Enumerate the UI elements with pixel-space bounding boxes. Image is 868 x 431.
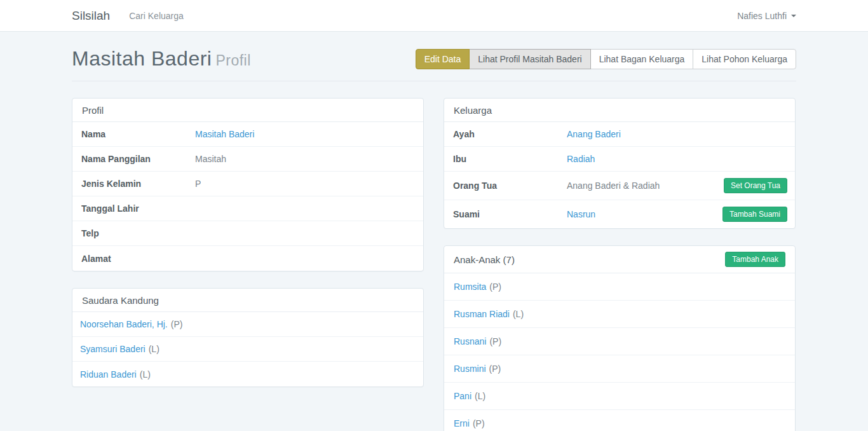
keluarga-panel-heading: Keluarga [444, 99, 795, 122]
person-link[interactable]: Nasrun [567, 209, 595, 219]
person-link[interactable]: Radiah [567, 154, 595, 164]
table-row: Nama Masitah Baderi [72, 122, 423, 147]
list-item: Riduan Baderi (L) [72, 362, 423, 387]
table-row: Telp [72, 221, 423, 246]
field-label: Telp [80, 228, 195, 238]
user-name: Nafies Luthfi [737, 11, 787, 21]
keluarga-panel-title: Keluarga [454, 105, 492, 116]
field-label: Ibu [452, 154, 567, 164]
person-link[interactable]: Rusman Riadi [454, 309, 510, 319]
gender-label: (P) [171, 319, 183, 329]
person-link[interactable]: Rusnani [454, 336, 486, 346]
navbar: Silsilah Cari Keluarga Nafies Luthfi [0, 0, 868, 32]
profil-panel-title: Profil [82, 105, 104, 116]
table-row: Orang Tua Anang Baderi & Radiah Set Oran… [444, 172, 795, 200]
field-value: P [195, 179, 416, 189]
table-row: Ayah Anang Baderi [444, 122, 795, 147]
profil-panel: Profil Nama Masitah Baderi Nama Panggila… [72, 98, 424, 271]
tambah-anak-button[interactable]: Tambah Anak [725, 252, 785, 267]
field-label: Jenis Kelamin [80, 179, 195, 189]
person-link[interactable]: Masitah Baderi [195, 129, 254, 139]
person-name-title: Masitah Baderi [72, 47, 212, 70]
caret-down-icon [791, 15, 796, 17]
lihat-profil-button[interactable]: Lihat Profil Masitah Baderi [469, 49, 590, 69]
saudara-kandung-heading: Saudara Kandung [72, 289, 423, 312]
page-subtitle: Profil [215, 52, 250, 69]
person-link[interactable]: Anang Baderi [567, 129, 621, 139]
field-label: Suami [452, 209, 567, 219]
gender-label: (L) [475, 391, 485, 401]
gender-label: (P) [489, 336, 501, 346]
user-dropdown[interactable]: Nafies Luthfi [737, 11, 796, 21]
person-link[interactable]: Riduan Baderi [80, 369, 137, 380]
field-label: Alamat [80, 254, 195, 264]
main-content: Masitah BaderiProfil Edit Data Lihat Pro… [72, 47, 796, 431]
gender-label: (P) [489, 282, 501, 292]
gender-label: (P) [473, 418, 485, 428]
tambah-suami-button[interactable]: Tambah Suami [722, 207, 787, 222]
page-title: Masitah BaderiProfil [72, 47, 251, 71]
list-item: Rumsita (P) [444, 273, 795, 301]
list-item: Noorsehan Baderi, Hj. (P) [72, 312, 423, 337]
gender-label: (L) [149, 344, 159, 354]
table-row: Ibu Radiah [444, 147, 795, 172]
field-label: Nama Panggilan [80, 154, 195, 164]
anak-anak-title: Anak-Anak (7) [454, 254, 515, 265]
field-label: Nama [80, 129, 195, 139]
anak-anak-heading: Anak-Anak (7) Tambah Anak [444, 246, 795, 273]
table-row: Jenis Kelamin P [72, 172, 423, 196]
saudara-kandung-title: Saudara Kandung [82, 295, 159, 306]
person-link[interactable]: Noorsehan Baderi, Hj. [80, 319, 168, 329]
lihat-bagan-keluarga-button[interactable]: Lihat Bagan Keluarga [590, 49, 694, 69]
list-item: Syamsuri Baderi (L) [72, 337, 423, 362]
table-row: Suami Nasrun Tambah Suami [444, 200, 795, 228]
person-link[interactable]: Syamsuri Baderi [80, 344, 146, 354]
person-link[interactable]: Pani [454, 391, 471, 401]
person-link[interactable]: Erni [454, 418, 470, 428]
table-row: Alamat [72, 246, 423, 271]
list-item: Rusman Riadi (L) [444, 301, 795, 328]
gender-label: (L) [513, 309, 524, 319]
lihat-pohon-keluarga-button[interactable]: Lihat Pohon Keluarga [693, 49, 796, 69]
app-brand[interactable]: Silsilah [72, 9, 110, 23]
page-header: Masitah BaderiProfil Edit Data Lihat Pro… [72, 47, 796, 81]
table-row: Nama Panggilan Masitah [72, 147, 423, 172]
profile-action-buttons: Edit Data Lihat Profil Masitah Baderi Li… [416, 49, 796, 69]
keluarga-panel: Keluarga Ayah Anang Baderi Ibu Radiah Or… [444, 98, 796, 229]
field-label: Tanggal Lahir [80, 203, 195, 214]
list-item: Rusnani (P) [444, 328, 795, 355]
list-item: Erni (P) [444, 410, 795, 431]
edit-data-button[interactable]: Edit Data [416, 49, 470, 69]
list-item: Rusmini (P) [444, 355, 795, 383]
field-value: Masitah [195, 154, 416, 164]
anak-anak-panel: Anak-Anak (7) Tambah Anak Rumsita (P) Ru… [444, 245, 796, 431]
gender-label: (L) [140, 369, 151, 380]
field-value: Anang Baderi & Radiah [567, 181, 724, 191]
person-link[interactable]: Rumsita [454, 282, 486, 292]
left-column: Profil Nama Masitah Baderi Nama Panggila… [72, 98, 424, 431]
table-row: Tanggal Lahir [72, 196, 423, 221]
saudara-kandung-panel: Saudara Kandung Noorsehan Baderi, Hj. (P… [72, 288, 424, 387]
set-orang-tua-button[interactable]: Set Orang Tua [724, 178, 787, 193]
nav-cari-keluarga[interactable]: Cari Keluarga [129, 11, 184, 21]
field-label: Orang Tua [452, 181, 567, 191]
field-label: Ayah [452, 129, 567, 139]
profil-panel-heading: Profil [72, 99, 423, 122]
gender-label: (P) [489, 364, 501, 374]
right-column: Keluarga Ayah Anang Baderi Ibu Radiah Or… [444, 98, 796, 431]
person-link[interactable]: Rusmini [454, 364, 486, 374]
list-item: Pani (L) [444, 383, 795, 410]
